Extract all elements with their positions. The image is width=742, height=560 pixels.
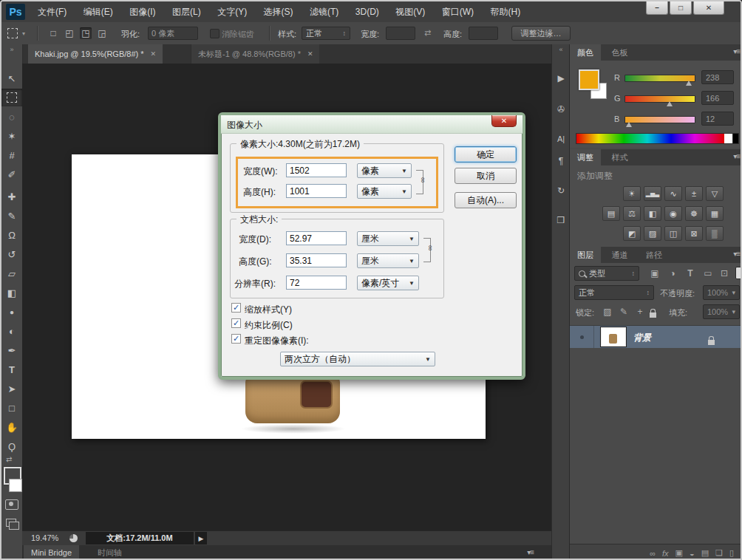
width-input[interactable]	[386, 27, 415, 40]
menu-layer[interactable]: 图层(L)	[166, 1, 208, 22]
collapse-tools-icon[interactable]: »	[1, 46, 22, 53]
layer-row-background[interactable]: 背景	[570, 325, 742, 349]
path-selection-tool[interactable]: ➤	[1, 380, 22, 397]
menu-window[interactable]: 窗口(W)	[435, 1, 480, 22]
curves-icon[interactable]: ∿	[664, 186, 682, 201]
new-adjustment-layer-icon[interactable]: ◒	[690, 549, 695, 558]
antialias-checkbox[interactable]	[210, 29, 219, 38]
blue-value[interactable]: 12	[701, 112, 734, 126]
menu-image[interactable]: 图像(I)	[123, 1, 162, 22]
layer-effects-icon[interactable]: fx	[662, 549, 669, 558]
invert-icon[interactable]: ◩	[623, 226, 641, 241]
swap-colors-icon[interactable]: ⇄	[6, 455, 12, 463]
tab-close-icon[interactable]: ✕	[307, 50, 313, 58]
lock-position-icon[interactable]: +	[633, 305, 647, 318]
tool-preset-icon[interactable]	[7, 28, 18, 41]
posterize-icon[interactable]: ▨	[644, 226, 661, 241]
eyedropper-tool[interactable]: ✐	[1, 165, 22, 183]
filter-adjustment-layers-icon[interactable]: ◑	[666, 267, 679, 280]
zoom-level-field[interactable]: 19.47%	[31, 533, 58, 542]
status-expand-icon[interactable]: ▶	[195, 532, 207, 544]
green-value[interactable]: 166	[701, 91, 734, 105]
lock-all-icon[interactable]	[650, 307, 656, 321]
black-white-icon[interactable]: ◧	[644, 206, 661, 221]
screen-mode-icon[interactable]	[6, 519, 16, 527]
character-panel-icon[interactable]: A|	[552, 130, 570, 148]
doc-tab-khaki[interactable]: Khaki.jpg @ 19.5%(RGB/8#) *✕	[28, 44, 163, 64]
close-button[interactable]: ✕	[693, 1, 724, 15]
shape-tool[interactable]: □	[1, 399, 22, 417]
resolution-input[interactable]	[286, 276, 347, 290]
color-spectrum-bar[interactable]	[576, 133, 725, 144]
menu-view[interactable]: 视图(V)	[389, 1, 432, 22]
foreground-color-swatch[interactable]	[579, 69, 599, 90]
panel-menu-icon[interactable]: ▾≡	[527, 548, 534, 556]
selective-color-icon[interactable]: ⊠	[685, 226, 703, 241]
menu-type[interactable]: 文字(Y)	[211, 1, 253, 22]
resample-image-checkbox[interactable]: ✓	[231, 334, 241, 344]
filter-pixel-layers-icon[interactable]: ▣	[648, 267, 661, 280]
opacity-select[interactable]: 100%▾	[703, 285, 740, 300]
hue-saturation-icon[interactable]: ▤	[602, 206, 620, 221]
swap-dimensions-icon[interactable]: ⇄	[424, 28, 431, 38]
document-info[interactable]: 文档:17.2M/11.0M	[86, 532, 194, 544]
dialog-title-bar[interactable]: 图像大小	[221, 115, 523, 134]
lock-pixels-icon[interactable]: ✎	[617, 305, 630, 318]
intersect-selection-icon[interactable]: ◲	[96, 27, 108, 39]
doc-width-input[interactable]	[286, 231, 347, 245]
auto-button[interactable]: 自动(A)...	[455, 192, 517, 208]
expand-dock-icon[interactable]: «	[552, 46, 570, 53]
lasso-tool[interactable]: ◌	[1, 108, 22, 126]
red-value[interactable]: 238	[701, 70, 734, 84]
channel-mixer-icon[interactable]: ☸	[685, 206, 703, 221]
gradient-map-icon[interactable]: ▒	[706, 226, 724, 241]
minimize-button[interactable]: –	[646, 1, 668, 15]
doc-width-unit-select[interactable]: 厘米▼	[357, 231, 419, 246]
levels-icon[interactable]: ▂▅▃	[644, 186, 661, 201]
tool-preset-caret-icon[interactable]: ▾	[22, 30, 25, 37]
crop-tool[interactable]: #	[1, 146, 22, 164]
doc-height-unit-select[interactable]: 厘米▼	[357, 253, 419, 268]
eraser-tool[interactable]: ▱	[1, 264, 22, 282]
brush-tool[interactable]: ✎	[1, 207, 22, 225]
tab-mini-bridge[interactable]: Mini Bridge	[24, 545, 79, 560]
new-selection-icon[interactable]: □	[47, 27, 59, 39]
refine-edge-button[interactable]: 调整边缘…	[511, 26, 571, 41]
spectrum-white-swatch[interactable]	[724, 133, 733, 144]
doc-tab-untitled[interactable]: 未标题-1 @ 48.8%(RGB/8) *✕	[191, 44, 319, 64]
tab-styles[interactable]: 样式	[604, 149, 635, 165]
brightness-contrast-icon[interactable]: ☀	[623, 186, 641, 201]
actions-panel-icon[interactable]: ▶	[552, 69, 570, 87]
panel-menu-icon[interactable]: ▾≡	[733, 152, 740, 160]
quick-mask-icon[interactable]	[5, 499, 18, 510]
dialog-close-icon[interactable]: ✕	[491, 115, 517, 127]
menu-select[interactable]: 选择(S)	[257, 1, 300, 22]
panel-menu-icon[interactable]: ▾≡	[733, 47, 740, 55]
blue-slider-thumb[interactable]	[626, 122, 632, 127]
exposure-icon[interactable]: ±	[685, 186, 703, 201]
lock-transparency-icon[interactable]: ▨	[601, 305, 614, 318]
height-input[interactable]	[469, 27, 498, 40]
threshold-icon[interactable]: ◫	[664, 226, 682, 241]
red-slider[interactable]	[624, 75, 695, 82]
layer-filter-select[interactable]: 类型 ↕	[574, 266, 639, 281]
cancel-button[interactable]: 取消	[455, 168, 517, 184]
filter-smart-object-icon[interactable]: ⊡	[718, 267, 731, 280]
filter-type-layers-icon[interactable]: T	[684, 267, 697, 280]
menu-3d[interactable]: 3D(D)	[349, 1, 386, 22]
vibrance-icon[interactable]: ▽	[706, 186, 724, 201]
resolution-unit-select[interactable]: 像素/英寸▼	[357, 276, 419, 290]
green-slider[interactable]	[624, 95, 695, 103]
background-color-swatch[interactable]	[9, 479, 22, 492]
ok-button[interactable]: 确定	[455, 146, 517, 163]
constrain-proportions-checkbox[interactable]: ✓	[231, 318, 241, 328]
spot-healing-tool[interactable]: ✚	[1, 188, 22, 205]
link-layers-icon[interactable]: ∞	[650, 549, 656, 558]
tab-adjustments[interactable]: 调整	[570, 149, 601, 165]
new-group-icon[interactable]: ▤	[701, 548, 709, 558]
spectrum-black-swatch[interactable]	[733, 133, 739, 144]
feather-input[interactable]	[148, 27, 198, 40]
menu-help[interactable]: 帮助(H)	[484, 1, 528, 22]
dodge-tool[interactable]: ◐	[1, 322, 22, 340]
doc-height-input[interactable]	[286, 253, 347, 267]
